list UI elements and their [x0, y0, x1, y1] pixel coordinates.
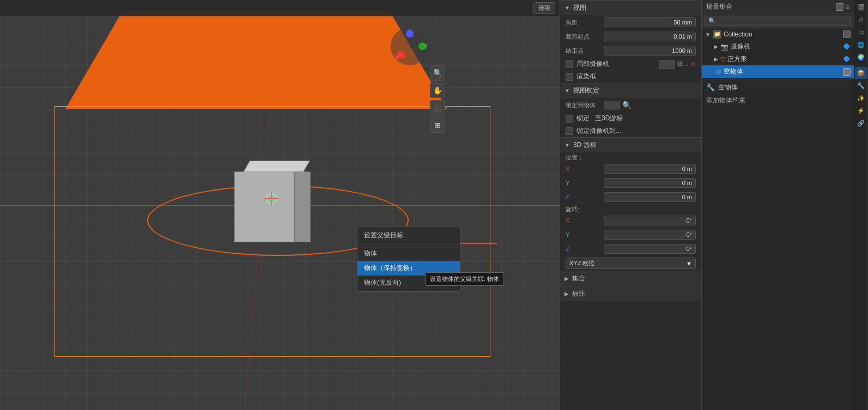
cursor-x-value[interactable]: 0 m — [604, 164, 696, 174]
outliner-sep — [702, 79, 854, 79]
cursor-z-value[interactable]: 0 m — [604, 192, 696, 202]
lock-camera-row: 锁定摄像机到... — [560, 125, 701, 137]
transform-gizmo — [266, 193, 277, 204]
scene-title: 场景集合 — [706, 2, 732, 11]
lock-camera-checkbox[interactable] — [566, 127, 573, 135]
lock-object-field[interactable] — [604, 101, 620, 109]
constraints-icon[interactable]: 🔗 — [855, 117, 867, 129]
menu-divider — [357, 244, 460, 245]
lock-picker-icon[interactable]: 🔍 — [622, 101, 632, 109]
clip-start-value[interactable]: 0.01 m — [604, 32, 696, 41]
camera-item[interactable]: ▶ 📷 摄像机 🔷 — [702, 40, 854, 53]
physics-icon[interactable]: ⚡ — [855, 105, 867, 117]
cursor-x-label: X — [566, 166, 604, 172]
focal-length-value[interactable]: 50 mm — [604, 17, 696, 27]
nav-z-label: Z — [408, 28, 412, 35]
add-constraint-row[interactable]: 添加物体约束 — [702, 94, 854, 107]
outliner-filter-icon[interactable]: ≡ — [846, 3, 849, 11]
pan-tool[interactable]: ✋ — [430, 83, 445, 98]
empty-item[interactable]: ⊕ 空物体 — [702, 65, 854, 78]
rot-x-value[interactable]: 0° — [604, 216, 696, 225]
cube-front-face — [234, 172, 294, 242]
empty-visibility-check[interactable] — [843, 68, 851, 76]
empty-label: 空物体 — [724, 67, 841, 76]
search-input[interactable] — [718, 18, 847, 25]
rot-z-value[interactable]: 0° — [604, 244, 696, 254]
nav-gizmo-circle: Z Y X — [391, 27, 429, 65]
clear-camera-button[interactable]: ✕ — [690, 60, 696, 68]
lock-to-object-row: 锁定到物体 🔍 — [560, 98, 701, 112]
local-camera-label: 局部摄像机 — [576, 59, 609, 69]
camera-tool[interactable]: 🎥 — [430, 100, 445, 115]
particles-icon[interactable]: ✨ — [855, 92, 867, 104]
scene-icon[interactable]: 🌐 — [855, 39, 867, 51]
view-lock-header[interactable]: ▼ 视图锁定 — [560, 83, 701, 98]
annotation-arrow: ▶ — [564, 291, 569, 297]
options-button[interactable]: 选项 — [533, 2, 555, 14]
view-section-header[interactable]: ▼ 视图 — [560, 0, 701, 15]
euler-row: XYZ 欧拉 ▼ — [560, 256, 701, 271]
viewport-overlay: 选项 — [0, 0, 560, 16]
modifier-icon[interactable]: 🔧 — [855, 79, 867, 91]
focal-length-row: 焦距 50 mm — [560, 15, 701, 29]
rot-y-value[interactable]: 0° — [604, 230, 696, 240]
search-container: 🔍 — [705, 16, 851, 26]
collection-label: Collection — [724, 30, 841, 38]
collection-expand-arrow: ▼ — [705, 32, 711, 38]
collection-arrow: ▶ — [564, 276, 569, 282]
mesh-icon: ▽ — [720, 56, 725, 63]
tooltip: 设置物体的父级关联: 物体 — [425, 272, 504, 286]
grid-tool[interactable]: ⊞ — [430, 118, 445, 133]
clip-start-row: 裁剪起点 0.01 m — [560, 29, 701, 44]
clip-end-value[interactable]: 1000 m — [604, 46, 696, 56]
cursor-y-label: Y — [566, 180, 604, 186]
annotation-section-header[interactable]: ▶ 标注 — [560, 286, 701, 301]
lock-to-object-label: 锁定到物体 — [566, 101, 604, 109]
main-container: Z Y X 🔍 ✋ 🎥 ⊞ 选项 — [0, 0, 868, 410]
nav-y-label: Y — [424, 43, 428, 50]
world-icon[interactable]: 🌍 — [855, 51, 867, 63]
filter-checkbox[interactable] — [836, 3, 843, 11]
clip-start-label: 裁剪起点 — [566, 33, 604, 41]
context-menu-title: 设置父级目标 — [357, 228, 460, 243]
collection-visibility-check[interactable] — [843, 30, 851, 38]
cursor-arrow: ▼ — [564, 142, 570, 148]
lock-cursor-checkbox[interactable] — [566, 115, 573, 123]
viewport[interactable]: Z Y X 🔍 ✋ 🎥 ⊞ 选项 — [0, 0, 560, 410]
render-props-icon[interactable]: 🎬 — [855, 1, 867, 13]
right-panels: ▼ 视图 焦距 50 mm 裁剪起点 0.01 m 结束点 1000 m 局部摄… — [560, 0, 868, 410]
navigation-gizmo[interactable]: Z Y X — [391, 27, 429, 65]
local-camera-checkbox[interactable] — [566, 60, 573, 68]
properties-icons-sidebar: 🎬 🖨 🗂 🌐 🌍 📦 🔧 ✨ ⚡ 🔗 — [854, 0, 868, 410]
lock-label: 锁定 — [576, 114, 590, 123]
collection-section-title: 集合 — [572, 274, 585, 283]
cursor-y-row: Y 0 m — [560, 176, 701, 190]
camera-text: 摄... — [677, 60, 688, 68]
zoom-tool[interactable]: 🔍 — [430, 65, 445, 81]
cursor-x-row: X 0 m — [560, 162, 701, 176]
collection-parent-row[interactable]: ▼ 📁 Collection — [702, 28, 854, 40]
focal-length-label: 焦距 — [566, 19, 604, 27]
cursor-section-title: 3D 游标 — [573, 140, 597, 150]
collection-section-header[interactable]: ▶ 集合 — [560, 271, 701, 286]
object-props-icon[interactable]: 📦 — [855, 67, 867, 79]
rot-z-row: Z 0° — [560, 242, 701, 256]
view-layer-icon[interactable]: 🗂 — [855, 26, 867, 38]
rot-y-row: Y 0° — [560, 228, 701, 242]
output-props-icon[interactable]: 🖨 — [855, 14, 867, 26]
local-camera-field[interactable] — [659, 60, 675, 69]
rot-y-label: Y — [566, 231, 604, 238]
render-border-checkbox[interactable] — [566, 73, 573, 81]
mesh-item[interactable]: ▶ ▽ 正方形 🔷 — [702, 53, 854, 65]
camera-filter-icon: 🔷 — [843, 43, 851, 50]
view-arrow: ▼ — [564, 5, 570, 11]
menu-item-object[interactable]: 物体 — [357, 246, 460, 261]
props-wrench-icon[interactable]: 🔧 — [706, 83, 715, 91]
view-lock-title: 视图锁定 — [573, 86, 599, 95]
cursor-section-header[interactable]: ▼ 3D 游标 — [560, 137, 701, 152]
position-header: 位置： — [560, 152, 701, 162]
icon-divider1 — [855, 65, 866, 65]
cursor-y-value[interactable]: 0 m — [604, 178, 696, 188]
euler-select[interactable]: XYZ 欧拉 ▼ — [566, 258, 696, 269]
clip-end-label: 结束点 — [566, 47, 604, 55]
